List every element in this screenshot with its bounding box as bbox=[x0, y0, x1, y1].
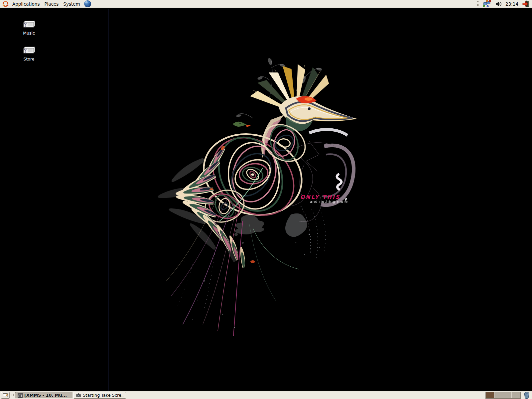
usb-drive-icon bbox=[23, 46, 35, 54]
workspace-switcher bbox=[485, 392, 521, 399]
system-tray: 23:14 bbox=[476, 0, 531, 8]
trash-applet[interactable] bbox=[523, 392, 530, 399]
workspace-4[interactable] bbox=[512, 392, 520, 398]
volume-icon bbox=[495, 1, 502, 7]
task-button-label: Starting Take Scre... bbox=[83, 393, 123, 398]
menu-system[interactable]: System bbox=[61, 0, 82, 8]
desktop-icon-music[interactable]: Music bbox=[16, 20, 42, 36]
ubuntu-logo-icon bbox=[2, 1, 9, 7]
desktop-icon-label: Store bbox=[16, 57, 42, 62]
web-browser-globe-icon bbox=[84, 0, 91, 8]
task-button-label: [XMMS - 10. Mu... bbox=[24, 393, 67, 398]
network-monitor-applet[interactable] bbox=[481, 0, 492, 8]
taskbar: [XMMS - 10. Mu... Starting Take Scre... bbox=[0, 391, 532, 399]
clock-applet[interactable]: 23:14 bbox=[504, 1, 519, 7]
task-button-xmms[interactable]: [XMMS - 10. Mu... bbox=[15, 392, 73, 399]
menu-places[interactable]: Places bbox=[42, 0, 61, 8]
top-panel: Applications Places System bbox=[0, 0, 532, 8]
ubuntu-logo-icon[interactable] bbox=[1, 0, 10, 8]
panel-grip[interactable] bbox=[11, 392, 14, 398]
desktop-icon-store[interactable]: Store bbox=[16, 46, 42, 62]
wallpaper-caption-line2: and nothing more bbox=[310, 200, 348, 204]
task-button-screenshot[interactable]: Starting Take Scre... bbox=[73, 392, 126, 399]
panel-grip[interactable] bbox=[477, 1, 479, 7]
show-desktop-button[interactable] bbox=[1, 392, 10, 399]
desktop-screen: Applications Places System bbox=[0, 0, 532, 399]
network-monitor-icon bbox=[483, 0, 491, 8]
desktop[interactable]: ONLY THIS and nothing more y Music bbox=[0, 9, 532, 391]
logout-icon bbox=[522, 0, 530, 8]
wallpaper-edge-seam bbox=[108, 9, 109, 391]
show-desktop-icon bbox=[3, 393, 8, 398]
workspace-2[interactable] bbox=[494, 392, 503, 398]
logout-applet[interactable] bbox=[521, 0, 531, 8]
volume-applet[interactable] bbox=[494, 0, 503, 8]
xmms-icon bbox=[18, 393, 23, 398]
wallpaper-caption-mark: y bbox=[344, 196, 347, 201]
workspace-3[interactable] bbox=[503, 392, 512, 398]
screenshot-camera-icon bbox=[76, 393, 81, 398]
desktop-icon-label: Music bbox=[16, 31, 42, 36]
workspace-1[interactable] bbox=[486, 392, 494, 398]
usb-drive-icon bbox=[23, 20, 35, 28]
menu-applications[interactable]: Applications bbox=[10, 0, 42, 8]
menu-bar: Applications Places System bbox=[10, 0, 82, 8]
web-browser-launcher[interactable] bbox=[82, 0, 93, 8]
trash-icon bbox=[523, 392, 530, 399]
